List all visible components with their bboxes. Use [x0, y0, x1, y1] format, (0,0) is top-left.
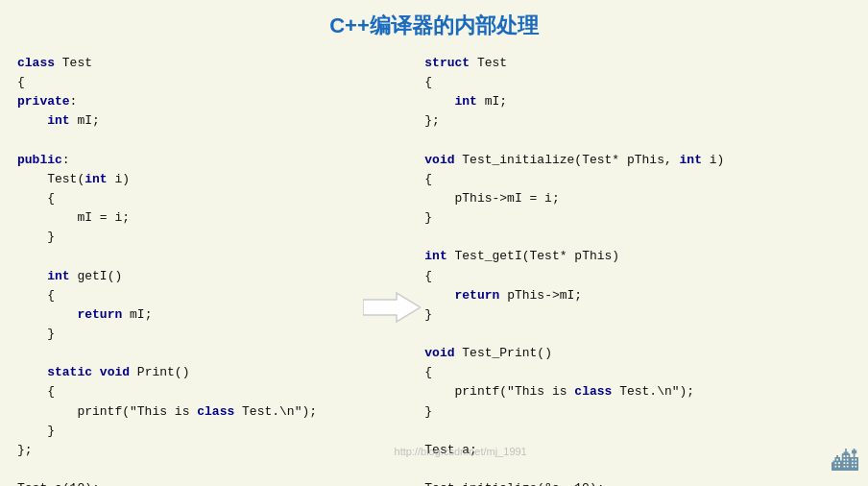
svg-marker-0 — [363, 293, 421, 322]
code-line: } — [424, 402, 851, 422]
code-line: } — [17, 422, 358, 441]
code-line: { — [424, 73, 851, 92]
code-line — [424, 228, 851, 247]
transform-arrow — [363, 288, 421, 327]
code-line — [17, 247, 358, 266]
code-line: { — [17, 286, 358, 305]
code-line — [424, 325, 851, 344]
code-line: { — [424, 267, 851, 286]
code-line: printf("This is class Test.\n"); — [17, 402, 358, 422]
code-line: public: — [17, 151, 358, 170]
code-line: int mI; — [424, 92, 851, 111]
code-line — [17, 132, 358, 151]
building-icon: 🏙 — [832, 446, 858, 478]
right-code-panel: struct Test{ int mI;}; void Test_initial… — [417, 50, 858, 486]
code-line: mI = i; — [17, 208, 358, 228]
code-line: { — [424, 170, 851, 189]
code-line: printf("This is class Test.\n"); — [424, 382, 851, 401]
code-line: int getI() — [17, 267, 358, 286]
code-line: Test(int i) — [17, 170, 358, 189]
code-line — [424, 132, 851, 151]
code-line: Test a(10); — [17, 479, 358, 486]
code-line: }; — [17, 441, 358, 460]
code-line: int mI; — [17, 111, 358, 131]
code-line: { — [424, 363, 851, 382]
code-line — [424, 422, 851, 441]
code-line: { — [17, 382, 358, 401]
code-line: private: — [17, 92, 358, 111]
code-line: void Test_Print() — [424, 344, 851, 363]
page-title: C++编译器的内部处理 — [0, 0, 868, 50]
arrow-area — [366, 50, 417, 486]
code-line: } — [424, 208, 851, 228]
watermark: http://blog.csdn.net/mj_1991 — [395, 446, 527, 457]
code-line — [17, 344, 358, 363]
code-line: { — [17, 189, 358, 208]
left-code-panel: class Test{private: int mI; public: Test… — [10, 50, 366, 486]
code-line: static void Print() — [17, 363, 358, 382]
code-line: int Test_getI(Test* pThis) — [424, 247, 851, 266]
code-line: pThis->mI = i; — [424, 189, 851, 208]
code-line: class Test — [17, 54, 358, 73]
code-line — [17, 460, 358, 479]
code-line: void Test_initialize(Test* pThis, int i) — [424, 151, 851, 170]
code-line: } — [424, 305, 851, 325]
code-line: Test_initialize(&a, 10); — [424, 479, 851, 486]
code-line: struct Test — [424, 54, 851, 73]
code-line: } — [17, 325, 358, 344]
code-line: } — [17, 228, 358, 247]
code-line: }; — [424, 111, 851, 131]
code-line — [424, 460, 851, 479]
code-line: return pThis->mI; — [424, 286, 851, 305]
code-line: return mI; — [17, 305, 358, 325]
code-line: { — [17, 73, 358, 92]
